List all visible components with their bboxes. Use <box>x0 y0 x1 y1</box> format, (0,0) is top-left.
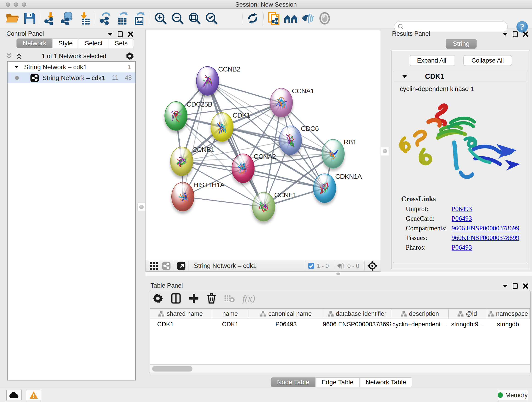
table-cell[interactable]: 9606.ENSP00000378699 <box>323 321 391 328</box>
crosslink-link[interactable]: 9606.ENSP00000378699 <box>452 234 519 242</box>
network-edge[interactable] <box>183 197 264 207</box>
network-node-ccnb1[interactable] <box>170 147 193 176</box>
horizontal-splitter[interactable] <box>146 272 532 276</box>
network-node-cdc6[interactable] <box>279 126 302 155</box>
zoom-selected-button[interactable] <box>203 11 220 26</box>
table-cell[interactable]: stringdb <box>486 321 530 328</box>
close-panel-icon[interactable] <box>523 32 528 37</box>
float-panel-icon[interactable] <box>513 31 518 37</box>
collection-expand-icon[interactable] <box>14 66 19 68</box>
delete-column-icon[interactable] <box>207 293 216 304</box>
expand-all-icon[interactable] <box>16 52 22 60</box>
export-image-button[interactable] <box>131 11 148 26</box>
table-options-gear-icon[interactable] <box>152 293 163 304</box>
zoom-in-button[interactable] <box>152 11 169 26</box>
tab-select[interactable]: Select <box>79 38 109 48</box>
column-header[interactable]: namespace <box>486 309 530 319</box>
column-header[interactable]: shared name <box>150 309 211 319</box>
grid-view-icon[interactable] <box>149 261 158 270</box>
collapse-all-button[interactable]: Collapse All <box>463 55 512 66</box>
warnings-button[interactable] <box>26 390 41 400</box>
left-splitter-handle[interactable] <box>138 203 145 211</box>
import-table-button[interactable] <box>76 11 93 26</box>
crosslink-link[interactable]: 9606.ENSP00000378699 <box>452 224 519 232</box>
network-view-icon[interactable] <box>162 261 171 270</box>
crosslink-link[interactable]: P06493 <box>452 244 472 251</box>
memory-button[interactable]: Memory <box>498 390 528 400</box>
tab-node-table[interactable]: Node Table <box>271 377 316 387</box>
add-column-icon[interactable] <box>189 293 199 303</box>
show-all-button[interactable] <box>316 11 333 26</box>
network-node-ccna1[interactable] <box>270 88 293 117</box>
left-splitter[interactable] <box>137 28 146 387</box>
float-panel-icon[interactable] <box>513 283 518 289</box>
table-hscrollbar[interactable] <box>150 364 530 373</box>
cloud-button[interactable] <box>6 390 22 400</box>
horizontal-splitter-handle[interactable] <box>336 273 340 275</box>
table-cell[interactable]: CDK1 <box>211 321 249 328</box>
float-panel-icon[interactable] <box>118 31 123 37</box>
network-collection-row[interactable]: String Network – cdk1 1 <box>7 62 135 72</box>
collapse-all-icon[interactable] <box>6 52 12 60</box>
import-network-database-button[interactable] <box>59 11 76 26</box>
table-hscrollbar-thumb[interactable] <box>152 366 192 371</box>
column-header[interactable]: database identifier <box>323 309 391 319</box>
first-neighbors-button[interactable] <box>282 11 299 26</box>
network-node-ccna2[interactable] <box>232 153 254 183</box>
column-header[interactable]: @id <box>449 309 486 319</box>
crosslink-link[interactable]: P06493 <box>452 215 472 222</box>
panel-menu-icon[interactable] <box>503 285 508 288</box>
export-table-button[interactable] <box>114 11 131 26</box>
column-header[interactable]: canonical name <box>249 309 323 319</box>
tab-edge-table[interactable]: Edge Table <box>316 377 360 387</box>
crosslink-link[interactable]: P06493 <box>452 205 472 213</box>
network-node-cdkn1a[interactable] <box>313 173 336 203</box>
network-node-ccnb2[interactable] <box>196 66 219 96</box>
network-options-gear-icon[interactable] <box>126 52 134 60</box>
save-session-button[interactable] <box>21 11 38 26</box>
column-header[interactable]: name <box>211 309 249 319</box>
node-label-ccnb1: CCNB1 <box>192 146 215 153</box>
open-session-button[interactable] <box>4 11 21 26</box>
export-network-button[interactable] <box>97 11 114 26</box>
refresh-view-button[interactable] <box>244 11 261 26</box>
close-panel-icon[interactable] <box>523 283 528 289</box>
column-header[interactable]: description <box>391 309 449 319</box>
tab-string[interactable]: String <box>446 39 476 49</box>
network-row[interactable]: String Network – cdk1 11 48 <box>7 72 135 83</box>
network-node-cdk1[interactable] <box>210 112 234 142</box>
network-canvas[interactable]: CCNB2CCNA1CDC25BCDK1CDC6RB1CCNB1CCNA2CDK… <box>146 30 381 260</box>
tab-network-table[interactable]: Network Table <box>360 377 412 387</box>
zoom-out-button[interactable] <box>169 11 186 26</box>
gene-card-header[interactable]: CDK1 <box>394 71 527 82</box>
network-node-rb1[interactable] <box>322 139 345 168</box>
show-columns-icon[interactable] <box>171 293 181 304</box>
table-cell[interactable]: P06493 <box>249 321 323 328</box>
right-splitter[interactable] <box>381 28 389 272</box>
collapse-section-icon[interactable] <box>402 75 407 78</box>
table-cell[interactable]: stringdb:9... <box>449 321 486 328</box>
panel-menu-icon[interactable] <box>503 33 508 36</box>
right-splitter-handle[interactable] <box>381 147 389 155</box>
tab-network[interactable]: Network <box>17 38 52 48</box>
tab-sets[interactable]: Sets <box>109 38 134 48</box>
close-panel-icon[interactable] <box>128 32 133 37</box>
zoom-selected-icon <box>205 12 218 25</box>
table-cell[interactable]: CDK1 <box>150 321 211 328</box>
node-table[interactable]: shared namenamecanonical namedatabase id… <box>150 308 530 364</box>
detach-view-icon[interactable] <box>177 261 186 270</box>
clone-network-button[interactable] <box>265 11 282 26</box>
birdseye-toggle-icon[interactable] <box>367 261 377 271</box>
network-node-cdc25b[interactable] <box>165 101 187 131</box>
network-node-hist1h1a[interactable] <box>171 182 194 211</box>
tab-style[interactable]: Style <box>52 38 79 48</box>
import-network-file-button[interactable] <box>42 11 59 26</box>
expand-all-button[interactable]: Expand All <box>409 55 454 66</box>
panel-menu-icon[interactable] <box>108 33 113 36</box>
table-row[interactable]: CDK1CDK1P064939606.ENSP00000378699cyclin… <box>150 319 530 330</box>
hide-selected-button[interactable] <box>299 11 316 26</box>
network-node-ccne1[interactable] <box>252 192 275 221</box>
zoom-fit-button[interactable] <box>186 11 203 26</box>
table-cell[interactable]: cyclin–dependent ... <box>391 321 449 328</box>
network-edge[interactable] <box>183 81 208 197</box>
